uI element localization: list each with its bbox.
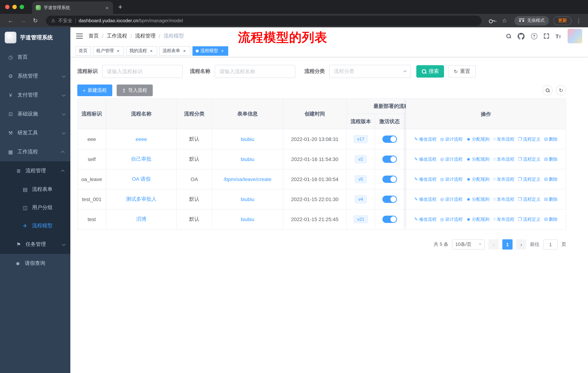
design-process-link[interactable]: ◎设计流程: [440, 156, 462, 162]
edit-process-link[interactable]: ✎修改流程: [414, 136, 437, 142]
delete-process-link[interactable]: ⊟删除: [544, 156, 557, 162]
filter-category-select[interactable]: 流程分类: [329, 65, 411, 78]
sidebar-item-devtools[interactable]: ⚒研发工具: [0, 123, 70, 142]
active-toggle[interactable]: [382, 216, 397, 223]
tab-close-icon[interactable]: ×: [105, 5, 109, 11]
search-button[interactable]: 搜索: [416, 65, 444, 78]
filter-name-input[interactable]: [215, 65, 295, 78]
edit-process-link[interactable]: ✎修改流程: [414, 216, 437, 222]
url-bar[interactable]: ⚠ 不安全 dashboard.yudao.iocoder.cn/bpm/man…: [46, 15, 481, 26]
sidebar-item-infrastructure[interactable]: ⊡基础设施: [0, 105, 70, 123]
search-icon[interactable]: [506, 33, 511, 39]
process-name-link[interactable]: eeee: [136, 136, 147, 142]
edit-process-link[interactable]: ✎修改流程: [414, 156, 437, 162]
process-name-link[interactable]: 测试多审批人: [126, 196, 157, 202]
publish-process-link[interactable]: ☝发布流程: [493, 216, 514, 222]
new-tab-button[interactable]: +: [118, 3, 122, 11]
close-icon[interactable]: ×: [149, 48, 154, 53]
design-process-link[interactable]: ◎设计流程: [440, 136, 462, 142]
edit-process-link[interactable]: ✎修改流程: [414, 176, 437, 182]
design-process-link[interactable]: ◎设计流程: [440, 196, 462, 202]
help-icon[interactable]: [531, 33, 537, 39]
browser-menu-kebab-icon[interactable]: ⋮: [575, 17, 583, 24]
close-icon[interactable]: ×: [220, 48, 225, 53]
breadcrumb-process-mgmt[interactable]: 流程管理: [135, 33, 156, 39]
process-definition-link[interactable]: ❐流程定义: [518, 196, 541, 202]
browser-tab[interactable]: 芋道管理系统 ×: [32, 1, 113, 14]
design-process-link[interactable]: ◎设计流程: [440, 216, 462, 222]
filter-key-input[interactable]: [102, 65, 183, 78]
form-info-link[interactable]: biubiu: [241, 156, 254, 162]
sidebar-item-user-group[interactable]: ◫用户分组: [0, 199, 70, 217]
process-name-link[interactable]: 滔博: [136, 216, 146, 222]
active-toggle[interactable]: [382, 156, 397, 163]
assign-rule-link[interactable]: ☻分配规则: [466, 196, 489, 202]
tag-process-form[interactable]: 流程表单×: [159, 46, 190, 56]
assign-rule-link[interactable]: ☻分配规则: [466, 136, 489, 142]
forward-icon[interactable]: →: [18, 17, 28, 24]
toggle-search-button[interactable]: [542, 85, 553, 95]
delete-process-link[interactable]: ⊟删除: [544, 216, 557, 222]
sidebar-item-home[interactable]: ◷首页: [0, 48, 70, 67]
bookmark-star-icon[interactable]: ☆: [502, 17, 507, 24]
breadcrumb-workflow[interactable]: 工作流程: [107, 33, 127, 39]
user-avatar[interactable]: [567, 29, 582, 43]
current-page-button[interactable]: 1: [502, 239, 513, 250]
publish-process-link[interactable]: ☝发布流程: [493, 156, 514, 162]
reload-icon[interactable]: ↻: [30, 17, 41, 24]
form-info-link[interactable]: biubiu: [241, 136, 254, 142]
window-zoom-button[interactable]: [20, 5, 24, 9]
sidebar-item-process-form[interactable]: ▤流程表单: [0, 180, 70, 199]
active-toggle[interactable]: [382, 176, 397, 183]
publish-process-link[interactable]: ☝发布流程: [493, 176, 514, 182]
assign-rule-link[interactable]: ☻分配规则: [466, 156, 489, 162]
assign-rule-link[interactable]: ☻分配规则: [466, 176, 489, 182]
next-page-button[interactable]: ›: [516, 239, 526, 250]
refresh-table-button[interactable]: ↻: [556, 85, 566, 95]
sidebar-item-payment[interactable]: ¥支付管理: [0, 86, 70, 105]
sidebar-item-workflow[interactable]: ▦工作流程: [0, 142, 70, 161]
form-info-link[interactable]: biubiu: [241, 216, 254, 222]
tag-tenant[interactable]: 租户管理×: [93, 46, 124, 56]
edit-process-link[interactable]: ✎修改流程: [414, 196, 437, 202]
delete-process-link[interactable]: ⊟删除: [544, 196, 557, 202]
publish-process-link[interactable]: ☝发布流程: [493, 196, 514, 202]
sidebar-item-process-mgmt[interactable]: ≣流程管理: [0, 161, 70, 180]
window-close-button[interactable]: [5, 5, 10, 9]
sidebar-item-process-model[interactable]: ✈流程模型: [0, 217, 70, 235]
tag-home[interactable]: 首页: [75, 46, 91, 56]
process-definition-link[interactable]: ❐流程定义: [518, 136, 541, 142]
import-process-button[interactable]: ↥ 导入流程: [116, 84, 153, 96]
sidebar-item-leave-query[interactable]: ☻请假查询: [0, 254, 70, 273]
process-definition-link[interactable]: ❐流程定义: [518, 156, 541, 162]
key-icon[interactable]: [489, 18, 495, 23]
active-toggle[interactable]: [382, 135, 397, 143]
form-info-link[interactable]: /bpm/oa/leave/create: [224, 176, 271, 182]
github-icon[interactable]: [517, 33, 524, 40]
form-info-link[interactable]: biubiu: [241, 196, 254, 202]
hamburger-icon[interactable]: [76, 33, 83, 39]
page-size-select[interactable]: 10条/页: [452, 239, 485, 250]
reset-button[interactable]: ↻ 重置: [448, 65, 476, 78]
fullscreen-icon[interactable]: [544, 33, 549, 39]
close-icon[interactable]: ×: [182, 48, 187, 53]
sidebar-item-system[interactable]: ⚙系统管理: [0, 67, 70, 86]
create-process-button[interactable]: + 新建流程: [77, 84, 112, 96]
security-label[interactable]: 不安全: [58, 17, 72, 24]
tag-my-process[interactable]: 我的流程×: [126, 46, 157, 56]
process-name-link[interactable]: OA 请假: [132, 176, 151, 182]
process-definition-link[interactable]: ❐流程定义: [518, 216, 541, 222]
update-button[interactable]: 更新: [553, 16, 572, 25]
sidebar-item-task-mgmt[interactable]: ⚑任务管理: [0, 235, 70, 254]
window-minimize-button[interactable]: [12, 5, 17, 9]
publish-process-link[interactable]: ☝发布流程: [493, 136, 514, 142]
breadcrumb-home[interactable]: 首页: [89, 33, 99, 39]
assign-rule-link[interactable]: ☻分配规则: [466, 216, 489, 222]
prev-page-button[interactable]: ‹: [488, 239, 499, 250]
back-icon[interactable]: ←: [5, 17, 16, 24]
close-icon[interactable]: ×: [116, 48, 121, 53]
process-definition-link[interactable]: ❐流程定义: [518, 176, 541, 182]
goto-page-input[interactable]: [543, 239, 558, 250]
active-toggle[interactable]: [382, 196, 397, 203]
delete-process-link[interactable]: ⊟删除: [544, 136, 557, 142]
